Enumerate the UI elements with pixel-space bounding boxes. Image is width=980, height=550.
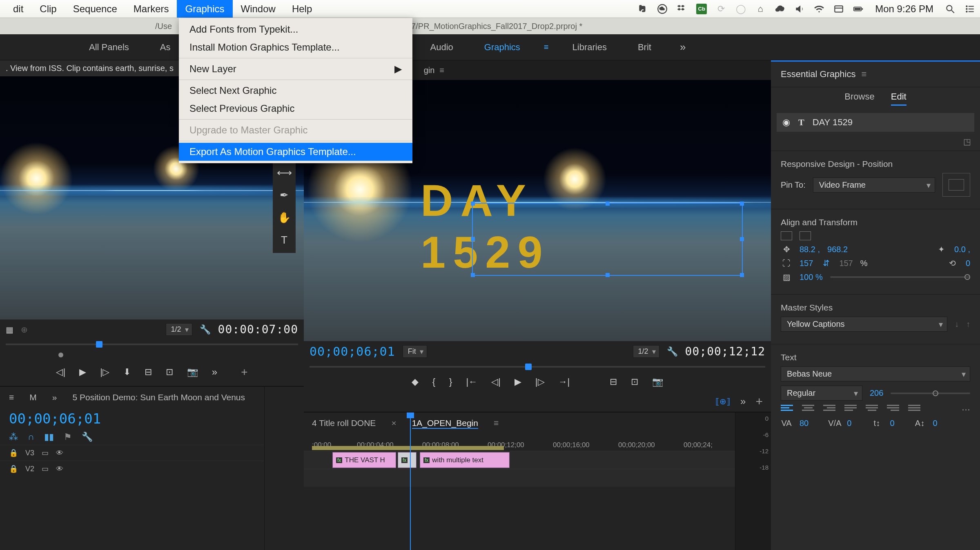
justify-last-right-icon[interactable]	[887, 405, 899, 415]
menu-extras-icon[interactable]	[964, 4, 975, 14]
extract-icon[interactable]: ⊡	[631, 377, 638, 387]
timeline-ruler[interactable]: ;00;00 00;00;04;00 00;00;08;00 00;00;12;…	[304, 435, 735, 451]
track-toggle-icon[interactable]: ▭	[42, 448, 49, 457]
play-icon[interactable]: ▶	[79, 367, 86, 377]
justify-last-left-icon[interactable]	[844, 405, 857, 415]
playhead[interactable]	[410, 412, 411, 550]
tab-close-icon[interactable]: ×	[391, 418, 396, 429]
dropbox-icon[interactable]	[677, 4, 687, 14]
out-point-icon[interactable]: }	[449, 377, 452, 387]
align-right-icon[interactable]	[823, 405, 835, 415]
timeline-tab-1[interactable]: 4 Title roll DONE	[312, 418, 376, 429]
in-out-bar[interactable]	[312, 446, 504, 450]
source-scrubber[interactable]	[6, 339, 298, 349]
overflow-icon[interactable]: »	[740, 396, 746, 407]
step-back-icon[interactable]: ◁|	[491, 377, 501, 387]
font-size[interactable]: 206	[870, 388, 883, 398]
workspace-menu-icon[interactable]: ≡	[544, 42, 549, 52]
workspace-graphics[interactable]: Graphics	[477, 42, 528, 53]
clip-gap[interactable]: fx	[398, 452, 416, 468]
font-weight-dropdown[interactable]: Regular	[781, 386, 862, 401]
wrench-icon[interactable]: 🔧	[82, 432, 93, 442]
spotlight-icon[interactable]	[945, 4, 956, 14]
menu-export-mogrt[interactable]: Export As Motion Graphics Template...	[179, 143, 412, 161]
crop-icon[interactable]: ⟦⊕⟧	[715, 397, 731, 406]
zoom-handle[interactable]	[58, 353, 63, 357]
volume-icon[interactable]	[794, 4, 805, 14]
panel-menu-icon[interactable]: ≡	[439, 66, 444, 75]
add-button-icon[interactable]: +	[241, 366, 247, 379]
menu-add-fonts[interactable]: Add Fonts from Typekit...	[179, 20, 412, 38]
pin-diagram[interactable]	[942, 173, 970, 197]
font-size-slider[interactable]	[891, 393, 970, 394]
font-family-dropdown[interactable]: Bebas Neue	[781, 366, 970, 381]
link-icon[interactable]: ⇵	[820, 258, 832, 268]
menu-item-clip[interactable]: Clip	[31, 0, 65, 18]
creative-cloud-icon[interactable]	[657, 4, 668, 14]
align-center-icon[interactable]	[802, 405, 814, 415]
track-header-v2[interactable]: 🔒 V2 ▭ 👁	[0, 461, 264, 477]
layer-item[interactable]: ◉ T DAY 1529	[777, 113, 974, 132]
menu-install-mogrt[interactable]: Install Motion Graphics Template...	[179, 38, 412, 56]
justify-last-center-icon[interactable]	[866, 405, 878, 415]
opacity-value[interactable]: 100 %	[800, 273, 823, 282]
menu-item-sequence[interactable]: Sequence	[65, 0, 125, 18]
kerning-value[interactable]: 80	[800, 419, 808, 428]
workspace-all-panels[interactable]: All Panels	[82, 42, 136, 53]
workspace-overflow-icon[interactable]: »	[675, 41, 690, 53]
program-resolution-dropdown[interactable]: 1/2	[633, 345, 659, 358]
push-style-icon[interactable]: ↓	[955, 319, 959, 329]
cloud-upload-icon[interactable]	[775, 4, 785, 14]
support-icon[interactable]: ◯	[735, 4, 746, 14]
timeline-playhead-tc[interactable]: 00;00;06;01	[9, 410, 101, 427]
pin-to-dropdown[interactable]: Video Frame	[813, 177, 935, 193]
step-fwd-icon[interactable]: |▷	[535, 377, 545, 387]
carbonite-icon[interactable]: Cb	[696, 4, 707, 14]
text-options-icon[interactable]: ⋯	[962, 405, 970, 415]
workspace-libraries[interactable]: Libraries	[565, 42, 614, 53]
insert-icon[interactable]: ⊟	[145, 367, 152, 377]
workspace-assembly[interactable]: As	[153, 42, 178, 53]
evernote-icon[interactable]	[637, 4, 648, 14]
leading-value[interactable]: 0	[933, 419, 938, 428]
menu-item-help[interactable]: Help	[284, 0, 320, 18]
go-out-icon[interactable]: →|	[559, 377, 570, 387]
go-in-icon[interactable]: |←	[466, 377, 477, 387]
settings-icon[interactable]: ⚑	[64, 432, 72, 442]
mark-in-icon[interactable]: ⬇	[123, 367, 131, 377]
menu-select-next[interactable]: Select Next Graphic	[179, 82, 412, 100]
marker-icon[interactable]: ◆	[412, 377, 419, 387]
rotation-value[interactable]: 0	[966, 259, 970, 268]
pos-y[interactable]: 968.2	[827, 245, 848, 254]
clip-multiple-text[interactable]: fxwith multiple text	[420, 452, 510, 468]
align-center-v-icon[interactable]	[800, 231, 811, 240]
in-point-icon[interactable]: {	[432, 377, 435, 387]
program-scrubber[interactable]	[310, 362, 765, 372]
panel-menu-icon[interactable]: ≡	[861, 69, 866, 80]
wrench-icon[interactable]: 🔧	[667, 346, 678, 357]
clock[interactable]: Mon 9:26 PM	[873, 3, 936, 15]
menu-item-window[interactable]: Window	[233, 0, 284, 18]
horizontal-type-icon[interactable]: ⟷	[277, 166, 292, 179]
eye-icon[interactable]: ◉	[782, 117, 790, 128]
baseline-value[interactable]: 0	[890, 419, 894, 428]
menu-item-markers[interactable]: Markers	[125, 0, 177, 18]
tl-side-menu-icon[interactable]: ≡	[9, 393, 14, 402]
battery-icon[interactable]	[853, 4, 864, 14]
timeline-tab-2[interactable]: 1A_OPEN_Begin	[412, 418, 478, 429]
track-header-v3[interactable]: 🔒 V3 ▭ 👁	[0, 445, 264, 461]
pull-style-icon[interactable]: ↑	[966, 319, 970, 329]
menu-new-layer[interactable]: New Layer▶	[179, 60, 412, 78]
step-back-icon[interactable]: ◁|	[56, 367, 65, 377]
pos-x[interactable]: 88.2 ,	[800, 245, 820, 254]
selection-box[interactable]	[472, 203, 743, 276]
panel-menu-icon[interactable]: ≡	[494, 418, 499, 429]
overflow-icon[interactable]: »	[212, 366, 217, 378]
snap-icon[interactable]: ⁂	[9, 432, 18, 442]
tracking-value[interactable]: 0	[847, 419, 851, 428]
align-center-h-icon[interactable]	[781, 231, 792, 240]
lock-icon[interactable]: 🔒	[9, 464, 18, 473]
master-style-dropdown[interactable]: Yellow Captions	[781, 317, 947, 332]
hand-tool-icon[interactable]: ✋	[278, 211, 291, 224]
program-fit-dropdown[interactable]: Fit	[403, 345, 427, 358]
